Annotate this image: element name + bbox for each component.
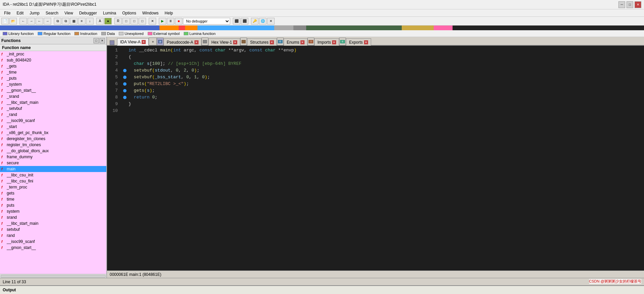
function-item[interactable]: f_time — [0, 69, 106, 75]
tb-hex[interactable]: ≡ — [78, 18, 85, 25]
tb-forward[interactable]: → — [28, 18, 35, 25]
code-line-6[interactable]: setvbuf ( _bss_start , 0 , 1 , 0 ) ; — [123, 74, 640, 81]
bp-9[interactable] — [123, 96, 127, 99]
function-item[interactable]: f__isoc99_scanf — [0, 239, 106, 245]
function-item[interactable]: f_system — [0, 81, 106, 87]
menu-help[interactable]: Help — [162, 10, 176, 16]
function-item[interactable]: f__do_global_dtors_aux — [0, 148, 106, 154]
function-item[interactable]: f_init_proc — [0, 51, 106, 57]
panel-restore-btn[interactable]: □ — [94, 38, 99, 43]
tb-play[interactable]: ▶ — [159, 18, 166, 25]
function-item[interactable]: fsub_8048420 — [0, 57, 106, 63]
tab-imports[interactable]: Imports ✕ — [314, 38, 339, 46]
menu-debugger[interactable]: Debugger — [76, 10, 100, 16]
function-item[interactable]: frand — [0, 233, 106, 239]
function-item[interactable]: f__gmon_start__ — [0, 245, 106, 251]
function-item[interactable]: f_x86_get_pc_thunk_bx — [0, 130, 106, 136]
function-item[interactable]: fframe_dummy — [0, 154, 106, 160]
tb-g2[interactable]: ⬛ — [241, 18, 248, 25]
menu-view[interactable]: View — [62, 10, 76, 16]
tb-back2[interactable]: ← — [36, 18, 43, 25]
tb-g1[interactable]: ⬛ — [233, 18, 240, 25]
menu-search[interactable]: Search — [43, 10, 61, 16]
menu-edit[interactable]: Edit — [14, 10, 26, 16]
code-line-2[interactable]: { — [123, 54, 640, 60]
function-item[interactable]: f__libc_csu_init — [0, 172, 106, 178]
code-line-7[interactable]: puts ( "RET2LIBC >_<" ) ; — [123, 81, 640, 87]
tb-r3[interactable]: □ — [131, 18, 138, 25]
tab-add-btn[interactable]: + — [149, 38, 157, 45]
minimize-button[interactable]: ─ — [618, 1, 625, 8]
function-item[interactable]: fderegister_tm_clones — [0, 136, 106, 142]
tb-color[interactable]: ● — [104, 18, 112, 25]
function-item[interactable]: f__libc_start_main — [0, 220, 106, 226]
tab-pseudocode[interactable]: Pseudocode-A ✕ — [164, 38, 202, 46]
code-line-3[interactable]: char s [ 100 ]; // [esp+1Ch] [ebp-64h] B… — [123, 60, 640, 67]
tb-copy2[interactable]: ⧉ — [62, 18, 69, 25]
tb-copy[interactable]: ⧉ — [54, 18, 61, 25]
function-item[interactable]: fsrand — [0, 214, 106, 220]
function-item[interactable]: f__libc_csu_fini — [0, 178, 106, 184]
tab-ida-view[interactable]: IDA View-A ✕ — [117, 38, 149, 46]
tb-lumina3[interactable]: ✕ — [267, 18, 275, 25]
tb-r2[interactable]: □ — [122, 18, 130, 25]
function-item[interactable]: f_start — [0, 124, 106, 130]
function-item[interactable]: fputs — [0, 202, 106, 208]
tab-struct-close[interactable]: ✕ — [270, 40, 274, 44]
bp-7[interactable] — [123, 82, 127, 86]
code-content[interactable]: 1 2 3 4 5 6 7 8 9 10 int __cdecl — [107, 46, 644, 270]
tab-enum-close[interactable]: ✕ — [300, 40, 305, 44]
code-line-9[interactable]: return 0 ; — [123, 94, 640, 101]
function-item[interactable]: f_rand — [0, 112, 106, 118]
tb-graph[interactable]: ▦ — [70, 18, 77, 25]
tb-r4[interactable]: □ — [139, 18, 146, 25]
functions-scrollbar[interactable] — [0, 274, 106, 278]
tb-new[interactable]: 📄 — [1, 18, 9, 25]
function-item[interactable]: f_gets — [0, 63, 106, 69]
function-item[interactable]: fsecure — [0, 160, 106, 166]
tab-structures[interactable]: Structures ✕ — [247, 38, 277, 46]
tab-pseudo-close[interactable]: ✕ — [194, 40, 199, 44]
debugger-combo[interactable]: No debugger — [183, 18, 230, 25]
function-item[interactable]: ftime — [0, 196, 106, 202]
function-item[interactable]: f_srand — [0, 93, 106, 99]
menu-options[interactable]: Options — [119, 10, 139, 16]
tab-enums[interactable]: Enums ✕ — [284, 38, 308, 46]
tab-hex-close[interactable]: ✕ — [233, 40, 237, 44]
code-line-8[interactable]: gets ( s ) ; — [123, 87, 640, 94]
function-item[interactable]: fsetvbuf — [0, 226, 106, 233]
tb-open[interactable]: 📂 — [9, 18, 17, 25]
tb-r1[interactable]: R — [114, 18, 122, 25]
tb-x1[interactable]: ✕ — [149, 18, 156, 25]
tb-font[interactable]: A — [96, 18, 104, 25]
tb-back[interactable]: ← — [20, 18, 27, 25]
tab-exports-close[interactable]: ✕ — [364, 40, 368, 44]
menu-windows[interactable]: Windows — [140, 10, 162, 16]
tab-exports[interactable]: Exports ✕ — [346, 38, 371, 46]
bp-6[interactable] — [123, 76, 127, 79]
bp-8[interactable] — [123, 89, 127, 92]
close-button[interactable]: ✕ — [635, 1, 641, 8]
function-item[interactable]: f__gmon_start__ — [0, 87, 106, 93]
tb-lumina2[interactable]: 🌐 — [259, 18, 266, 25]
function-item[interactable]: fmain — [0, 166, 106, 172]
function-item[interactable]: fgets — [0, 190, 106, 196]
menu-jump[interactable]: Jump — [27, 10, 42, 16]
code-line-5[interactable]: setvbuf ( stdout , 0 , 2 , 0 ) ; — [123, 67, 640, 74]
h-scroll-track[interactable] — [1, 275, 106, 278]
menu-file[interactable]: File — [1, 10, 13, 16]
function-item[interactable]: f_term_proc — [0, 184, 106, 190]
panel-close-btn[interactable]: ✕ — [100, 38, 105, 43]
function-item[interactable]: fsystem — [0, 208, 106, 214]
function-item[interactable]: f__libc_start_main — [0, 99, 106, 106]
function-list[interactable]: f_init_procfsub_8048420f_getsf_timef_put… — [0, 51, 106, 274]
tb-forward2[interactable]: → — [44, 18, 51, 25]
bp-5[interactable] — [123, 69, 127, 72]
function-item[interactable]: f_setvbuf — [0, 106, 106, 112]
code-line-1[interactable]: int __cdecl main ( int argc, const char … — [123, 47, 640, 54]
function-item[interactable]: fregister_tm_clones — [0, 142, 106, 148]
function-item[interactable]: f__isoc99_scanf — [0, 118, 106, 124]
code-line-10[interactable]: } — [123, 101, 640, 108]
tb-stop[interactable]: ■ — [175, 18, 182, 25]
tb-down[interactable]: ↓ — [86, 18, 94, 25]
